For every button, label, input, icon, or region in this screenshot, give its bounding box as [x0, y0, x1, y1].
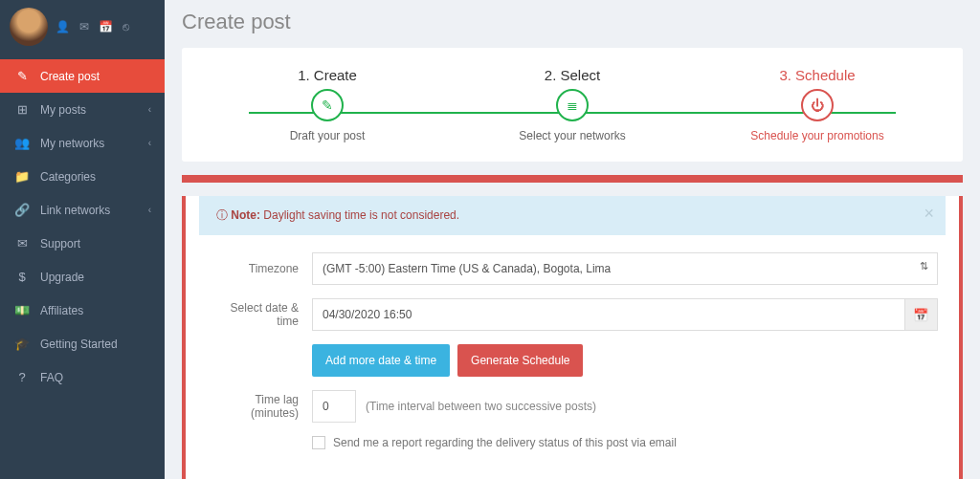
pencil-icon: ✎	[311, 89, 344, 121]
sidebar-item-affiliates[interactable]: 💵Affiliates	[0, 294, 165, 327]
sidebar-item-create-post[interactable]: ✎Create post	[0, 59, 165, 93]
note-text: Daylight saving time is not considered.	[260, 208, 459, 222]
question-icon: ?	[13, 370, 31, 384]
info-icon: ⓘ	[216, 208, 231, 222]
sidebar-item-my-posts[interactable]: ⊞My posts‹	[0, 93, 165, 126]
step-subtitle: Schedule your promotions	[695, 129, 940, 142]
grid-icon: ⊞	[13, 102, 31, 117]
pencil-icon: ✎	[13, 69, 31, 83]
note-prefix: Note:	[231, 208, 260, 222]
sidebar-item-label: Create post	[40, 70, 100, 83]
networks-icon: 👥	[13, 136, 31, 150]
sidebar-item-label: Support	[40, 237, 80, 250]
chevron-left-icon: ‹	[148, 104, 151, 115]
chevron-left-icon: ‹	[148, 205, 151, 215]
link-icon: 🔗	[13, 203, 31, 217]
sidebar-item-label: FAQ	[40, 371, 63, 384]
nav: ✎Create post ⊞My posts‹ 👥My networks‹ 📁C…	[0, 59, 165, 394]
checkbox-icon	[312, 436, 325, 449]
step-schedule[interactable]: 3. Schedule ⏻ Schedule your promotions	[695, 67, 940, 142]
note-alert: ⓘ Note: Daylight saving time is not cons…	[199, 196, 946, 235]
user-icon[interactable]: 👤	[56, 20, 70, 33]
generate-schedule-button[interactable]: Generate Schedule	[457, 344, 583, 377]
timezone-select[interactable]: (GMT -5:00) Eastern Time (US & Canada), …	[312, 252, 938, 285]
sidebar-item-label: My networks	[40, 137, 104, 150]
step-select[interactable]: 2. Select ≣ Select your networks	[450, 67, 695, 142]
sidebar-item-label: Categories	[40, 170, 96, 184]
sidebar-item-my-networks[interactable]: 👥My networks‹	[0, 126, 165, 160]
step-subtitle: Draft your post	[205, 129, 450, 142]
time-lag-input[interactable]	[312, 390, 356, 423]
sidebar-item-label: Getting Started	[40, 337, 118, 351]
step-number: 1. Create	[205, 67, 450, 83]
calendar-icon: 📅	[913, 308, 928, 322]
dollar-icon: $	[13, 270, 31, 284]
sidebar-item-support[interactable]: ✉Support	[0, 227, 165, 260]
list-icon: ≣	[556, 89, 589, 121]
envelope-icon: ✉	[13, 236, 31, 250]
chevron-left-icon: ‹	[148, 138, 151, 148]
highlight-bar	[182, 175, 963, 183]
stepper: 1. Create ✎ Draft your post 2. Select ≣ …	[205, 67, 940, 142]
time-lag-label: Time lag (minutes)	[207, 393, 312, 420]
sidebar: 👤 ✉ 📅 ⎋ ✎Create post ⊞My posts‹ 👥My netw…	[0, 0, 165, 479]
main: Create post 1. Create ✎ Draft your post …	[165, 0, 980, 479]
timezone-label: Timezone	[207, 262, 312, 275]
sidebar-item-categories[interactable]: 📁Categories	[0, 160, 165, 193]
folder-icon: 📁	[13, 169, 31, 184]
sidebar-item-faq[interactable]: ?FAQ	[0, 360, 165, 394]
steps-card: 1. Create ✎ Draft your post 2. Select ≣ …	[182, 48, 963, 162]
datetime-input[interactable]	[312, 298, 905, 331]
logout-icon[interactable]: ⎋	[122, 20, 129, 33]
sidebar-item-label: Link networks	[40, 204, 110, 217]
sidebar-item-label: My posts	[40, 103, 86, 117]
time-lag-hint: (Time interval between two successive po…	[366, 400, 596, 413]
add-more-datetime-button[interactable]: Add more date & time	[312, 344, 450, 377]
calendar-icon[interactable]: 📅	[99, 20, 113, 33]
sidebar-item-label: Upgrade	[40, 271, 84, 284]
avatar[interactable]	[10, 8, 48, 46]
sidebar-item-getting-started[interactable]: 🎓Getting Started	[0, 327, 165, 360]
datetime-label: Select date & time	[207, 301, 312, 328]
graduation-icon: 🎓	[13, 337, 31, 351]
step-number: 2. Select	[450, 67, 695, 83]
sidebar-item-upgrade[interactable]: $Upgrade	[0, 260, 165, 294]
email-report-label: Send me a report regarding the delivery …	[333, 436, 677, 449]
page-title: Create post	[182, 0, 963, 48]
step-create[interactable]: 1. Create ✎ Draft your post	[205, 67, 450, 142]
step-number: 3. Schedule	[695, 67, 940, 83]
calendar-button[interactable]: 📅	[905, 298, 938, 331]
close-icon[interactable]: ×	[924, 204, 934, 224]
money-icon: 💵	[13, 303, 31, 317]
schedule-panel: ⓘ Note: Daylight saving time is not cons…	[182, 196, 963, 479]
email-report-checkbox[interactable]: Send me a report regarding the delivery …	[312, 436, 938, 449]
mail-icon[interactable]: ✉	[79, 20, 89, 33]
sidebar-item-label: Affiliates	[40, 304, 83, 317]
power-icon: ⏻	[801, 89, 834, 121]
sidebar-header: 👤 ✉ 📅 ⎋	[0, 0, 165, 54]
sidebar-item-link-networks[interactable]: 🔗Link networks‹	[0, 193, 165, 227]
step-subtitle: Select your networks	[450, 129, 695, 142]
